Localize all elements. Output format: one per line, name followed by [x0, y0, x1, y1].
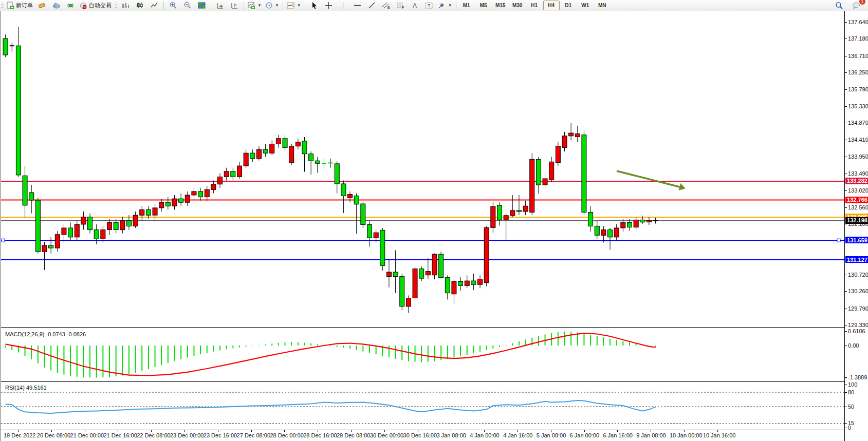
chat-bubble-icon — [852, 2, 860, 9]
toolbar-grip[interactable] — [115, 2, 117, 9]
candle-body — [556, 146, 560, 163]
horizontal-line-tool-button[interactable] — [350, 0, 364, 11]
price-axis-tick — [845, 385, 847, 385]
text-tool-button[interactable]: A — [408, 0, 422, 11]
time-axis-tick — [684, 430, 685, 432]
timeframe-m15-button[interactable]: M15 — [492, 1, 509, 10]
price-axis-tick — [845, 190, 847, 191]
candle-body — [367, 225, 372, 238]
timeframe-d1-button[interactable]: D1 — [560, 1, 577, 10]
timeframe-mn-button[interactable]: MN — [594, 1, 611, 10]
crosshair-tool-button[interactable] — [322, 0, 336, 11]
time-axis-tick — [318, 430, 318, 432]
indicators-button[interactable]: ▼ — [285, 0, 303, 11]
main-toolbar: 新订单 自动交易 — [0, 0, 868, 11]
candle-body — [250, 153, 255, 159]
price-axis[interactable]: ▲ 137.640137.180136.710136.250135.790135… — [844, 11, 868, 441]
price-level-tag: 133.282 — [845, 178, 868, 184]
new-chart-icon — [248, 2, 255, 9]
equidistant-channel-tool-button[interactable]: E — [379, 0, 393, 11]
period-button[interactable]: ▼ — [264, 0, 281, 11]
cloud-button[interactable] — [49, 0, 63, 11]
line-handle[interactable] — [837, 239, 840, 242]
chart-shift-button[interactable] — [228, 0, 242, 11]
candle-body — [3, 39, 8, 55]
eraser-icon — [38, 2, 46, 9]
search-button[interactable] — [832, 0, 846, 11]
candle-body — [582, 135, 586, 213]
trendline-tool-button[interactable] — [365, 0, 379, 11]
time-axis-tick — [617, 430, 618, 432]
timeframe-h1-button[interactable]: H1 — [526, 1, 543, 10]
price-axis-label: 80 — [848, 389, 854, 395]
time-axis-label: 19 Dec 2022 — [4, 432, 35, 438]
time-axis-label: 23 Dec 16:00 — [204, 432, 237, 438]
time-axis-label: 21 Dec 16:00 — [103, 432, 137, 438]
candle-body — [471, 281, 476, 284]
candle-body — [621, 222, 625, 228]
zoom-in-button[interactable] — [166, 0, 180, 11]
candle-body — [198, 191, 203, 197]
price-axis-label: 137.180 — [848, 35, 868, 42]
time-axis-tick — [717, 430, 718, 432]
price-axis-label: 130.260 — [848, 288, 868, 294]
timeframe-m30-button[interactable]: M30 — [509, 1, 526, 10]
auto-trading-button[interactable]: 自动交易 — [78, 0, 113, 11]
rsi-indicator-pane[interactable] — [1, 383, 844, 430]
toolbar-grip[interactable] — [1, 2, 4, 9]
auto-scroll-button[interactable] — [213, 0, 227, 11]
price-axis-tick — [845, 377, 847, 378]
candle-body — [341, 184, 346, 196]
time-axis[interactable]: 19 Dec 202220 Dec 08:0021 Dec 00:0021 De… — [1, 430, 844, 441]
timeframe-m5-button[interactable]: M5 — [475, 1, 492, 10]
toolbar-separator — [283, 2, 283, 10]
zoom-out-button[interactable] — [180, 0, 194, 11]
cursor-tool-button[interactable] — [307, 0, 321, 11]
timeframe-m1-button[interactable]: M1 — [458, 1, 475, 10]
candle-body — [309, 154, 313, 161]
price-level-tag: 131.127 — [845, 256, 868, 263]
candle-body — [452, 282, 456, 294]
candle-body — [172, 199, 177, 206]
text-label-tool-button[interactable]: T — [422, 0, 436, 11]
timeframe-w1-button[interactable]: W1 — [577, 1, 594, 10]
notifications-button[interactable]: 1 — [849, 0, 863, 11]
tile-windows-button[interactable] — [195, 0, 209, 11]
candle-body — [94, 230, 99, 239]
bar-chart-mode-button[interactable] — [119, 0, 133, 11]
candle-body — [523, 206, 528, 212]
candle-body — [224, 171, 229, 177]
candlestick-mode-button[interactable] — [133, 0, 147, 11]
candle-body — [549, 162, 554, 180]
price-axis-label: 134.870 — [848, 120, 868, 126]
candle-body — [302, 141, 307, 154]
line-handle[interactable] — [2, 239, 5, 242]
trend-arrow-drawing[interactable] — [617, 171, 680, 187]
shapes-icon — [438, 2, 446, 9]
eraser-button[interactable] — [35, 0, 49, 11]
candle-body — [497, 205, 502, 220]
candle-body — [601, 230, 606, 236]
shapes-tool-button[interactable]: ▼ — [437, 0, 454, 11]
price-axis-tick — [845, 89, 847, 90]
candle-body — [114, 222, 118, 229]
macd-indicator-pane[interactable] — [1, 329, 844, 381]
candle-body — [140, 210, 144, 216]
signal-button[interactable] — [64, 0, 78, 11]
candle-body — [569, 133, 574, 136]
candle-body — [315, 161, 320, 163]
line-chart-icon — [151, 2, 158, 9]
price-axis-tick — [845, 309, 847, 309]
time-axis-label: 10 Jan 00:00 — [670, 432, 703, 438]
main-price-chart[interactable] — [1, 11, 844, 328]
price-axis-label: 137.640 — [848, 19, 868, 25]
timeframe-h4-button[interactable]: H4 — [543, 1, 560, 10]
candle-body — [595, 226, 599, 235]
fibonacci-tool-button[interactable]: F — [394, 0, 408, 11]
line-chart-mode-button[interactable] — [147, 0, 161, 11]
candle-body — [516, 210, 521, 212]
new-chart-button[interactable]: ▼ — [246, 0, 263, 11]
new-order-button[interactable]: 新订单 — [5, 0, 34, 11]
auto-scroll-icon — [216, 2, 224, 9]
vertical-line-tool-button[interactable] — [336, 0, 350, 11]
